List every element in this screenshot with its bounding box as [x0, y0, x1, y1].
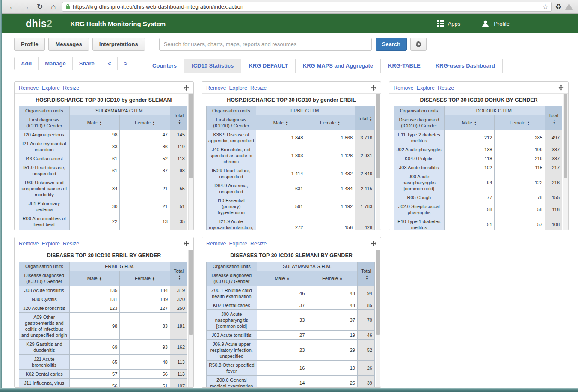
search-input[interactable] [159, 38, 372, 51]
dhis2-logo[interactable]: dhis2 [26, 18, 53, 29]
column-header: Male▲▼ [257, 271, 307, 286]
widget-resize-link[interactable]: Resize [250, 85, 267, 91]
dashboard-tab-krg-maps-and-aggregate[interactable]: KRG MAPS and Aggregate [296, 59, 381, 73]
sort-icon[interactable]: ▲▼ [553, 119, 555, 124]
dashboard-action-add[interactable]: Add [15, 57, 39, 70]
forward-button[interactable]: → [21, 3, 31, 11]
home-button[interactable]: ⌂ [48, 2, 59, 12]
scrollbar-thumb[interactable] [564, 94, 567, 178]
widget-remove-link[interactable]: Remove [19, 241, 39, 247]
recycle-extension-icon[interactable]: ♻ [555, 2, 562, 11]
value-cell: 98 [69, 313, 120, 340]
reload-button[interactable]: ↻ [35, 2, 45, 11]
column-header: Female▲▼ [120, 271, 170, 286]
row-label-cell: J03 Acute tonsillitis [19, 286, 70, 295]
sort-icon[interactable]: ▲▼ [178, 275, 181, 280]
widget-resize-link[interactable]: Resize [250, 241, 267, 247]
dashboard-action-manage[interactable]: Manage [39, 57, 72, 70]
dashboard-tab-krg-table[interactable]: KRG-TABLE [381, 59, 428, 73]
widget-remove-link[interactable]: Remove [394, 85, 414, 91]
widget-toolbar: RemoveExploreResize [202, 82, 381, 93]
scrollbar-thumb[interactable] [189, 94, 193, 178]
row-label-cell: J02.0 Streptococcal pharyngitis [394, 202, 445, 217]
dashboard-tab-krg-default[interactable]: KRG DEFAULT [241, 59, 295, 73]
value-cell: 631 [256, 181, 305, 196]
widget-scrollbar[interactable] [188, 94, 193, 230]
widget-remove-link[interactable]: Remove [206, 85, 226, 91]
sort-icon[interactable]: ▲▼ [285, 121, 288, 126]
table-row: J02.0 Streptococcal pharyngitis5858116 [394, 202, 562, 217]
widget-resize-link[interactable]: Resize [438, 85, 454, 91]
toolbar-button-messages[interactable]: Messages [48, 38, 89, 51]
sort-icon[interactable]: ▲▼ [152, 121, 155, 126]
move-icon[interactable] [371, 85, 376, 91]
widget-scrollbar[interactable] [376, 94, 380, 230]
dashboard-action-next[interactable]: > [118, 57, 134, 70]
scrollbar-thumb[interactable] [376, 94, 380, 178]
value-cell: 337 [545, 154, 562, 163]
widget-explore-link[interactable]: Explore [229, 85, 247, 91]
dashboard-tabs: CountersICD10 StatisticsKRG DEFAULTKRG M… [145, 59, 503, 73]
value-cell: 51 [170, 199, 187, 214]
value-cell: 184 [120, 286, 170, 295]
url-bar[interactable]: https://krg-dhis.ipro-it.eu/dhis-web-das… [62, 2, 552, 12]
back-button[interactable]: ← [7, 3, 18, 11]
value-cell: 14 [257, 376, 307, 388]
toolbar-button-interpretations[interactable]: Interpretations [92, 38, 145, 51]
sort-icon[interactable]: ▲▼ [365, 275, 368, 280]
value-cell: 428 [355, 217, 375, 230]
apps-button[interactable]: Apps [437, 20, 461, 27]
dashboard-tab-counters[interactable]: Counters [145, 59, 184, 73]
table-row: R00 Abnormalities of heart beat221335 [19, 214, 187, 229]
scrollbar-thumb[interactable] [376, 250, 380, 335]
row-label-cell: E11 Type 2 diabetes mellitus [394, 130, 445, 145]
padlock-icon[interactable] [65, 4, 70, 10]
sort-icon[interactable]: ▲▼ [527, 121, 530, 126]
sort-icon[interactable]: ▲▼ [369, 116, 372, 121]
value-cell: 57 [69, 370, 120, 379]
value-cell: 47 [120, 130, 170, 139]
widget-scrollbar[interactable] [376, 250, 380, 387]
column-header: Organisation units [19, 106, 70, 115]
dashboard-action-prev[interactable]: < [101, 57, 118, 70]
column-header: Disease diagnosed (ICD10) / Gender [207, 271, 257, 286]
sort-icon[interactable]: ▲▼ [152, 277, 155, 281]
widget-hosp-discharge-top-30-icd10-by-gender-slemani: RemoveExploreResize HOSP.DISCHARGE TOP 3… [14, 81, 194, 230]
widget-scrollbar[interactable] [563, 94, 568, 230]
scrollbar-thumb[interactable] [189, 250, 193, 335]
profile-button[interactable]: Profile [481, 19, 510, 28]
widget-resize-link[interactable]: Resize [63, 241, 79, 247]
dashboard-tab-icd10-statistics[interactable]: ICD10 Statistics [184, 59, 241, 73]
sort-icon[interactable]: ▲▼ [178, 119, 181, 124]
settings-gear-button[interactable] [410, 38, 427, 51]
search-button[interactable]: Search [376, 38, 407, 51]
move-icon[interactable] [558, 85, 564, 91]
sort-icon[interactable]: ▲▼ [474, 121, 477, 126]
move-icon[interactable] [371, 241, 376, 246]
sort-icon[interactable]: ▲▼ [287, 277, 289, 281]
sort-icon[interactable]: ▲▼ [99, 277, 102, 281]
sort-icon[interactable]: ▲▼ [340, 277, 342, 281]
move-icon[interactable] [184, 85, 189, 91]
move-icon[interactable] [184, 241, 189, 246]
drive-extension-icon[interactable] [565, 3, 573, 10]
value-cell: 29 [307, 340, 358, 361]
sort-icon[interactable]: ▲▼ [338, 121, 340, 126]
sort-icon[interactable]: ▲▼ [99, 121, 102, 126]
widget-explore-link[interactable]: Explore [42, 241, 60, 247]
dashboard-tab-krg-users-dashboard[interactable]: KRG-users Dashboard [428, 59, 503, 73]
widget-explore-link[interactable]: Explore [417, 85, 435, 91]
url-text: https://krg-dhis.ipro-it.eu/dhis-web-das… [73, 3, 243, 10]
widget-scrollbar[interactable] [188, 250, 193, 387]
widget-remove-link[interactable]: Remove [206, 241, 226, 247]
widget-remove-link[interactable]: Remove [19, 85, 39, 91]
table-row: D64.9 Anaemia, unspecified6311 4842 115 [207, 181, 375, 196]
widget-explore-link[interactable]: Explore [229, 241, 247, 247]
dashboard-action-share[interactable]: Share [73, 57, 101, 70]
bookmark-star-icon[interactable]: ☆ [542, 3, 548, 11]
table-row: A09 Other gastroenteritis and colitis of… [19, 313, 187, 340]
value-cell: 199 [495, 145, 545, 154]
toolbar-button-profile[interactable]: Profile [14, 38, 45, 51]
widget-explore-link[interactable]: Explore [42, 85, 60, 91]
widget-resize-link[interactable]: Resize [63, 85, 79, 91]
